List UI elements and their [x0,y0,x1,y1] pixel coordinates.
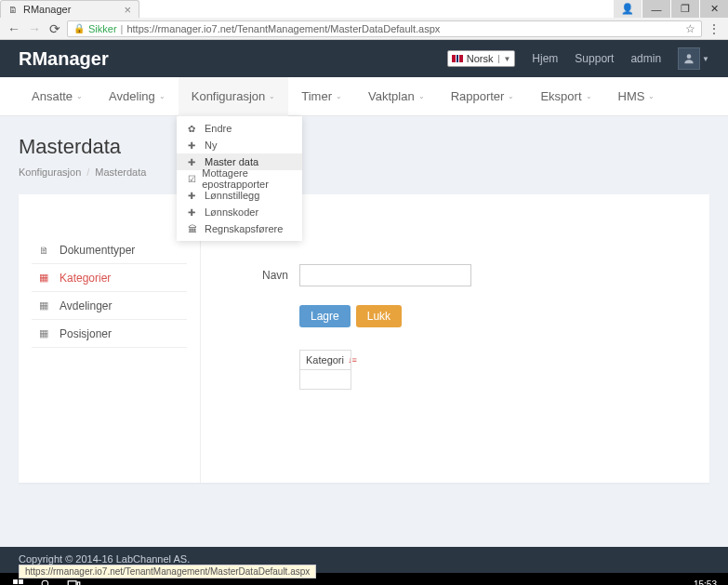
lock-icon: 🔒 [73,23,85,33]
table-row [300,370,351,389]
breadcrumb-item: Masterdata [95,166,146,178]
breadcrumb: Konfigurasjon / Masterdata [19,166,709,178]
nav-timer[interactable]: Timer⌄ [288,77,355,116]
dd-lonnskoder[interactable]: ✚Lønnskoder [177,204,302,220]
chevron-down-icon: ⌄ [336,92,342,100]
browser-tab-strip: 🗎 RManager × 👤 — ❐ ✕ [0,0,728,18]
check-icon: ☑ [188,174,196,184]
nav-eksport[interactable]: Eksport⌄ [527,77,604,116]
app-header: RManager Norsk ▼ Hjem Support admin ▼ [0,40,728,77]
page-title: Masterdata [19,135,709,159]
chevron-down-icon[interactable]: ▼ [702,55,709,63]
language-label: Norsk [467,53,494,64]
page-icon: 🗎 [8,5,18,15]
sidebar-item-avdelinger[interactable]: ▦Avdelinger [32,292,187,320]
footer: Copyright © 2014-16 LabChannel AS. https… [0,547,728,573]
nav-home[interactable]: Hjem [532,52,558,65]
sort-asc-icon: ↓≡ [348,355,357,365]
konfigurasjon-dropdown: ✿Endre ✚Ny ✚Master data ☑Mottagere epost… [177,116,302,241]
svg-point-0 [687,54,692,59]
browser-tab[interactable]: 🗎 RManager × [0,0,139,18]
svg-rect-2 [19,579,23,584]
window-controls: 👤 — ❐ ✕ [614,0,728,18]
windows-icon [12,578,24,585]
dd-endre[interactable]: ✿Endre [177,120,302,137]
main-panel: 🗎Dokumenttyper ▦Kategorier ▦Avdelinger ▦… [19,194,709,483]
url-text: https://rmanager.io7.net/TenantManagemen… [126,23,440,34]
nav-avdeling[interactable]: Avdeling⌄ [96,77,179,116]
close-icon[interactable]: × [124,3,131,17]
nav-hms[interactable]: HMS⌄ [605,77,668,116]
chevron-down-icon: ⌄ [648,92,655,100]
button-row: Lagre Lukk [299,305,687,327]
flag-icon [452,55,463,62]
sidebar-item-posisjoner[interactable]: ▦Posisjoner [32,320,187,348]
dd-mottagere[interactable]: ☑Mottagere epostrapporter [177,170,302,187]
chevron-down-icon: ⌄ [76,92,83,100]
user-icon [682,52,695,65]
user-avatar-button[interactable] [678,47,700,70]
nav-support[interactable]: Support [575,52,614,65]
nav-rapporter[interactable]: Rapporter⌄ [438,77,528,116]
nav-konfigurasjon[interactable]: Konfigurasjon⌄ [179,77,289,116]
content-area: Masterdata Konfigurasjon / Masterdata 🗎D… [0,116,728,547]
url-field[interactable]: 🔒 Sikker | https://rmanager.io7.net/Tena… [67,20,702,37]
minimize-button[interactable]: — [642,0,670,18]
language-selector[interactable]: Norsk ▼ [447,50,516,67]
svg-rect-7 [68,581,76,585]
secure-label: Sikker [88,23,117,34]
plus-icon: ✚ [188,207,199,218]
column-header-kategori[interactable]: Kategori ↓≡ [300,351,351,370]
back-button[interactable]: ← [6,20,22,37]
taskbar-clock[interactable]: 15:53 [694,579,724,585]
chevron-down-icon: ⌄ [159,92,165,100]
document-icon: 🗎 [39,245,52,256]
grid-icon: ▦ [39,327,52,339]
dd-ny[interactable]: ✚Ny [177,137,302,153]
chevron-down-icon: ⌄ [508,92,514,100]
bookmark-icon[interactable]: ☆ [685,22,695,35]
reload-button[interactable]: ⟳ [46,20,63,37]
svg-rect-1 [13,579,18,584]
data-table: Kategori ↓≡ [299,350,351,390]
chevron-down-icon: ⌄ [269,92,275,100]
form-row-name: Navn [223,264,687,286]
forward-button[interactable]: → [26,20,43,37]
status-bar-link: https://rmanager.io7.net/TenantManagemen… [19,565,316,578]
sidebar-item-kategorier[interactable]: ▦Kategorier [32,264,187,292]
input-navn[interactable] [299,264,471,286]
address-bar: ← → ⟳ 🔒 Sikker | https://rmanager.io7.ne… [0,18,728,40]
close-button[interactable]: Lukk [356,305,402,327]
separator: | [121,23,124,34]
breadcrumb-separator: / [86,166,89,178]
grid-icon: ▦ [39,272,52,284]
brand-logo[interactable]: RManager [19,48,109,70]
nav-ansatte[interactable]: Ansatte⌄ [19,77,96,116]
label-navn: Navn [223,269,288,282]
panel-sidebar: 🗎Dokumenttyper ▦Kategorier ▦Avdelinger ▦… [19,194,200,483]
browser-menu-button[interactable]: ⋮ [706,21,722,36]
plus-icon: ✚ [188,140,199,151]
main-nav: Ansatte⌄ Avdeling⌄ Konfigurasjon⌄ Timer⌄… [0,77,728,116]
gear-icon: ✿ [188,124,199,134]
chevron-down-icon: ⌄ [586,92,592,100]
tab-title: RManager [23,4,71,15]
chevron-down-icon: ⌄ [418,92,425,100]
close-window-button[interactable]: ✕ [700,0,728,18]
save-button[interactable]: Lagre [299,305,351,327]
search-icon [40,578,52,585]
bank-icon: 🏛 [188,224,199,234]
task-view-icon [67,578,81,585]
copyright-text: Copyright © 2014-16 LabChannel AS. [19,553,190,565]
svg-point-5 [42,580,48,585]
dd-regnskap[interactable]: 🏛Regnskapsførere [177,220,302,237]
chevron-down-icon: ▼ [498,55,510,63]
maximize-button[interactable]: ❐ [671,0,699,18]
breadcrumb-item[interactable]: Konfigurasjon [19,166,81,178]
nav-admin[interactable]: admin [630,52,661,65]
plus-icon: ✚ [188,191,199,201]
account-icon[interactable]: 👤 [614,0,642,18]
nav-vaktplan[interactable]: Vaktplan⌄ [355,77,438,116]
sidebar-item-dokumenttyper[interactable]: 🗎Dokumenttyper [32,236,187,264]
grid-icon: ▦ [39,299,52,312]
